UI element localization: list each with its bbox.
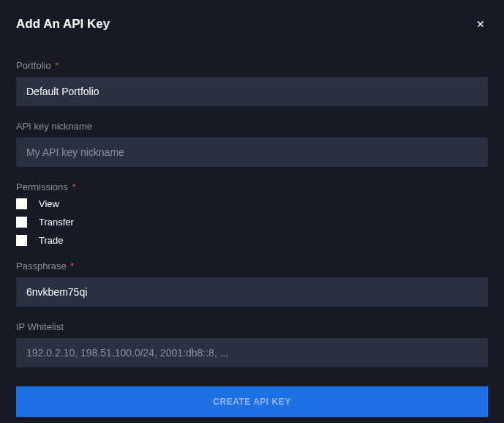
nickname-input[interactable] [16,138,488,167]
permission-checkbox-view[interactable] [16,198,27,209]
permission-checkbox-trade[interactable] [16,235,27,246]
permissions-label: Permissions * [16,181,488,192]
required-mark: * [70,261,74,272]
permission-checkbox-transfer[interactable] [16,217,27,228]
required-mark: * [72,181,75,192]
portfolio-field: Portfolio * [16,60,488,106]
permission-label-trade[interactable]: Trade [39,235,63,246]
permission-item-view: View [16,198,488,209]
close-icon[interactable]: ✕ [473,16,488,32]
permission-label-transfer[interactable]: Transfer [39,217,74,228]
dialog-title: Add An API Key [16,17,110,31]
portfolio-label: Portfolio * [16,60,488,71]
passphrase-label-text: Passphrase [16,261,67,272]
permission-item-trade: Trade [16,235,488,246]
portfolio-label-text: Portfolio [16,60,51,71]
passphrase-label: Passphrase * [16,261,488,272]
permission-label-view[interactable]: View [39,198,59,209]
passphrase-input[interactable] [16,277,488,307]
required-mark: * [55,60,59,71]
permissions-label-text: Permissions [16,181,68,192]
permission-item-transfer: Transfer [16,217,488,228]
ip-whitelist-input[interactable] [16,338,488,367]
dialog-header: Add An API Key ✕ [16,16,488,32]
nickname-field: API key nickname [16,121,488,167]
create-api-key-button[interactable]: CREATE API KEY [16,386,488,417]
ip-whitelist-field: IP Whitelist [16,321,488,367]
ip-whitelist-label: IP Whitelist [16,321,488,332]
portfolio-input[interactable] [16,77,488,106]
passphrase-field: Passphrase * [16,261,488,307]
permissions-field: Permissions * View Transfer Trade [16,181,488,246]
nickname-label: API key nickname [16,121,488,132]
